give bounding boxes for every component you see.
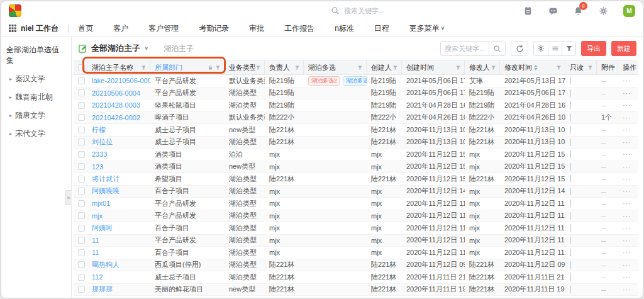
row-checkbox[interactable] bbox=[78, 212, 85, 219]
filter-funnel-icon[interactable] bbox=[255, 65, 261, 71]
record-link[interactable]: 喝热狗人 bbox=[87, 260, 150, 269]
table-row[interactable]: 那那那 美丽的鲜花项目 new类型 陆221林 陆221林 2020年11月11… bbox=[74, 284, 638, 296]
readonly-checkbox[interactable] bbox=[570, 200, 571, 207]
sidebar-collapse-handle[interactable]: « bbox=[65, 190, 72, 205]
more-icon[interactable]: ··· bbox=[618, 89, 640, 97]
row-checkbox[interactable] bbox=[78, 151, 85, 158]
readonly-checkbox[interactable] bbox=[570, 298, 571, 298]
readonly-checkbox[interactable] bbox=[570, 175, 571, 183]
filter-funnel-icon[interactable] bbox=[215, 65, 221, 71]
record-link[interactable]: 11 bbox=[87, 249, 150, 256]
sidebar-item-suitang[interactable]: ▸ 隋唐文学 bbox=[1, 106, 71, 125]
more-icon[interactable]: ··· bbox=[618, 138, 640, 146]
row-checkbox[interactable] bbox=[78, 200, 85, 207]
more-icon[interactable]: ··· bbox=[618, 298, 640, 298]
row-checkbox[interactable] bbox=[78, 127, 85, 133]
readonly-checkbox[interactable] bbox=[570, 237, 571, 244]
gear-icon[interactable] bbox=[598, 6, 608, 16]
row-checkbox[interactable] bbox=[78, 225, 85, 232]
select-all-checkbox[interactable] bbox=[78, 64, 85, 71]
more-icon[interactable]: ··· bbox=[618, 150, 640, 158]
readonly-checkbox[interactable] bbox=[570, 212, 571, 220]
row-checkbox[interactable] bbox=[78, 89, 85, 96]
filter-funnel-icon[interactable] bbox=[491, 65, 496, 71]
global-search-input[interactable] bbox=[344, 7, 413, 14]
table-row[interactable]: mjx01 平台产品研发 湖泊类型 mjx mjx 2020年11月12日 11… bbox=[74, 198, 638, 210]
col-header-multi[interactable]: 湖泊多选 bbox=[304, 60, 367, 74]
readonly-checkbox[interactable] bbox=[570, 188, 571, 195]
nav-item-schedule[interactable]: 日程 bbox=[374, 23, 389, 34]
more-icon[interactable]: ··· bbox=[618, 200, 640, 207]
more-icon[interactable]: ··· bbox=[618, 77, 640, 84]
more-icon[interactable]: ··· bbox=[618, 126, 640, 133]
table-row[interactable]: 20210506-0004 平台产品研发 湖泊类型 陆219陆 陆219陆 20… bbox=[74, 87, 638, 100]
record-link[interactable]: 那那那 bbox=[87, 285, 150, 294]
readonly-checkbox[interactable] bbox=[570, 273, 571, 281]
readonly-checkbox[interactable] bbox=[570, 150, 571, 158]
nav-item-customer[interactable]: 客户 bbox=[113, 23, 128, 34]
more-icon[interactable]: ··· bbox=[618, 249, 640, 256]
row-checkbox[interactable] bbox=[78, 249, 85, 256]
table-row[interactable]: 2333 酒类项目 泊泊 mjx mjx 2020年11月12日 15:25 m… bbox=[74, 149, 638, 161]
table-row[interactable]: 11 百合子项目 湖泊类型 mjx mjx 2020年11月12日 11:04 … bbox=[74, 247, 638, 259]
table-row[interactable]: 喝热狗人 西瓜项目(停用) 湖泊类型 陆221林 陆221林 2020年11月1… bbox=[74, 259, 638, 272]
nav-item-standard[interactable]: n标准 bbox=[335, 23, 354, 34]
record-link[interactable]: 20210506-0004 bbox=[87, 89, 150, 97]
nav-item-customer-mgmt[interactable]: 客户管理 bbox=[148, 23, 179, 34]
record-link[interactable]: 将计就计 bbox=[87, 174, 150, 184]
table-row[interactable]: 20210428-0003 坚果松鼠项目 湖泊类型 陆219陆 陆219陆 20… bbox=[74, 99, 638, 112]
table-row[interactable]: 没有星途 平台产品研发 湖泊类型 工作流测试1 工作流测试1 2020年11月1… bbox=[74, 296, 638, 298]
nav-item-report[interactable]: 工作报告 bbox=[284, 23, 314, 34]
col-header-created[interactable]: 创建时间 bbox=[402, 60, 465, 74]
more-icon[interactable]: ··· bbox=[618, 237, 640, 244]
sidebar-item-songdai[interactable]: ▸ 宋代文学 bbox=[1, 125, 71, 143]
readonly-checkbox[interactable] bbox=[570, 138, 571, 146]
table-row[interactable]: 20210426-0002 啤酒子项目 默认业务类型 陆222小 陆222小 2… bbox=[74, 112, 638, 125]
row-checkbox[interactable] bbox=[78, 77, 85, 84]
col-header-dept[interactable]: 所属部门 bbox=[150, 60, 225, 74]
readonly-checkbox[interactable] bbox=[570, 126, 571, 133]
record-link[interactable]: 11 bbox=[87, 237, 150, 244]
table-row[interactable]: 123 酒类项目 new类型 mjx mjx 2020年11月12日 15:25… bbox=[74, 161, 638, 174]
row-checkbox[interactable] bbox=[78, 274, 85, 281]
readonly-checkbox[interactable] bbox=[570, 224, 571, 232]
table-row[interactable]: 11 平台产品研发 湖泊类型 mjx mjx 2020年11月12日 11:11… bbox=[74, 235, 638, 247]
view-subtitle[interactable]: 湖泊主子 bbox=[164, 43, 194, 54]
record-link[interactable]: 2333 bbox=[87, 150, 150, 158]
avatar[interactable]: M bbox=[623, 5, 635, 17]
table-row[interactable]: mjx 平台产品研发 湖泊类型 mjx mjx 2020年11月12日 11:4… bbox=[74, 210, 638, 223]
bell-icon[interactable]: 8 bbox=[573, 6, 583, 16]
col-header-type[interactable]: 业务类型 bbox=[225, 60, 265, 74]
filter-funnel-icon[interactable] bbox=[455, 65, 461, 71]
table-row[interactable]: 将计就计 希望项目 湖泊类型 陆221林 陆221林 2020年11月12日 1… bbox=[74, 173, 638, 186]
nav-item-more[interactable]: 更多菜单 ∨ bbox=[409, 23, 445, 34]
global-search[interactable] bbox=[330, 6, 413, 16]
filter-funnel-icon[interactable] bbox=[556, 65, 562, 71]
more-icon[interactable]: ··· bbox=[618, 286, 640, 293]
filter-icon[interactable] bbox=[562, 42, 575, 55]
sort-icon[interactable] bbox=[534, 65, 538, 71]
workspace-switcher[interactable]: niel 工作台 bbox=[9, 23, 58, 34]
nav-item-home[interactable]: 首页 bbox=[78, 23, 93, 34]
more-icon[interactable]: ··· bbox=[618, 188, 640, 195]
table-row[interactable]: 阿姨呵 百合子项目 湖泊类型 mjx mjx 2020年11月12日 11:16… bbox=[74, 222, 638, 235]
readonly-checkbox[interactable] bbox=[570, 77, 571, 84]
readonly-checkbox[interactable] bbox=[570, 163, 571, 171]
row-checkbox[interactable] bbox=[78, 261, 85, 268]
notebook-icon[interactable] bbox=[523, 6, 533, 16]
export-button[interactable]: 导出 bbox=[581, 41, 606, 56]
filter-funnel-icon[interactable] bbox=[392, 65, 398, 71]
more-icon[interactable]: ··· bbox=[618, 273, 640, 281]
table-row[interactable]: 刘拉拉 威士忌子项目 湖泊类型 陆221林 陆221林 2020年11月13日 … bbox=[74, 137, 638, 149]
col-header-creator[interactable]: 创建人 bbox=[367, 60, 402, 74]
row-checkbox[interactable] bbox=[78, 102, 85, 109]
table-row[interactable]: 柠檬 威士忌子项目 new类型 陆221林 陆221林 2020年11月13日 … bbox=[74, 124, 638, 137]
sidebar-item-weijin[interactable]: ▸ 魏晋南北朝 bbox=[1, 88, 71, 106]
more-icon[interactable]: ··· bbox=[618, 163, 640, 171]
row-checkbox[interactable] bbox=[78, 286, 85, 293]
row-checkbox[interactable] bbox=[78, 188, 85, 195]
col-header-owner[interactable]: 负责人 bbox=[265, 60, 304, 74]
record-link[interactable]: 刘拉拉 bbox=[87, 137, 150, 147]
col-header-modified[interactable]: 修改时间 bbox=[500, 60, 565, 74]
record-link[interactable]: mjx01 bbox=[87, 200, 150, 207]
